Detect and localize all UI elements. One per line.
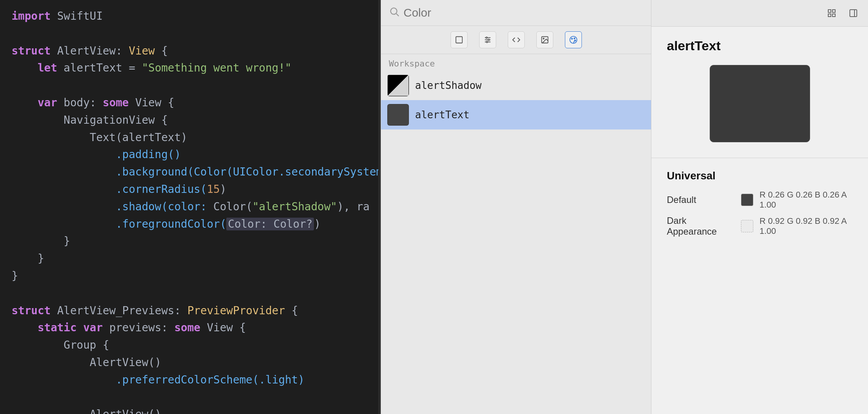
svg-point-7 — [488, 39, 489, 41]
alert-shadow-swatch — [387, 75, 409, 96]
svg-point-10 — [543, 38, 544, 39]
palette-toolbar-icon[interactable] — [565, 31, 582, 48]
dark-appearance-values: R 0.92 G 0.92 B 0.92 A 1.00 — [760, 216, 853, 236]
code-editor: import SwiftUI struct AlertView: View { … — [0, 0, 378, 414]
code-line-19: static var previews: some View { — [12, 319, 367, 337]
search-input[interactable] — [403, 6, 643, 19]
color-row-dark-appearance: Dark Appearance R 0.92 G 0.92 B 0.92 A 1… — [667, 215, 853, 237]
code-line-9: .padding() — [12, 146, 367, 164]
color-list-item-alerttext[interactable]: alertText — [381, 100, 651, 129]
default-values: R 0.26 G 0.26 B 0.26 A 1.00 — [760, 190, 853, 210]
alert-text-swatch — [387, 104, 409, 126]
code-line-12: .shadow(color: Color("alertShadow"), ra — [12, 198, 367, 216]
svg-line-1 — [396, 14, 398, 16]
code-line-5 — [12, 77, 367, 94]
svg-rect-18 — [832, 14, 835, 17]
sidebar-toggle-button[interactable] — [845, 5, 862, 22]
svg-point-12 — [571, 38, 572, 39]
code-line-22: .preferredColorScheme(.light) — [12, 371, 367, 389]
svg-rect-2 — [456, 37, 462, 43]
inspector-content: alertText Universal Default R 0.26 G 0.2… — [651, 27, 868, 414]
svg-point-0 — [391, 8, 397, 14]
code-line-21: AlertView() — [12, 354, 367, 371]
search-icon — [389, 6, 400, 19]
code-line-8: Text(alertText) — [12, 129, 367, 147]
svg-rect-15 — [828, 10, 831, 12]
code-line-11: .cornerRadius(15) — [12, 181, 367, 198]
code-line-3: struct AlertView: View { — [12, 43, 367, 60]
svg-rect-19 — [850, 10, 857, 17]
inspector-section-divider — [651, 158, 868, 158]
code-line-14: } — [12, 233, 367, 250]
image-toolbar-icon[interactable] — [536, 31, 553, 48]
color-row-default: Default R 0.26 G 0.26 B 0.26 A 1.00 — [667, 190, 853, 210]
color-search-bar[interactable] — [381, 0, 651, 26]
universal-section-title: Universal — [667, 170, 853, 182]
code-line-7: NavigationView { — [12, 112, 367, 129]
inspector-title: alertText — [667, 38, 853, 53]
dark-appearance-label: Dark Appearance — [667, 215, 735, 237]
color-list: alertShadow alertText — [381, 71, 651, 414]
code-line-1: import SwiftUI — [12, 8, 367, 25]
code-line-2 — [12, 25, 367, 43]
color-panel: Workspace alertShadow alertText — [381, 0, 651, 414]
svg-rect-17 — [828, 14, 831, 17]
svg-point-6 — [486, 37, 487, 39]
svg-point-8 — [486, 41, 488, 43]
code-line-15: } — [12, 250, 367, 267]
workspace-label: Workspace — [381, 54, 651, 71]
color-preview-box — [710, 65, 810, 142]
color-list-item-alertshadow[interactable]: alertShadow — [381, 71, 651, 100]
rect-toolbar-icon[interactable] — [451, 31, 468, 48]
code-line-13: .foregroundColor(Color: Color?) — [12, 216, 367, 233]
code-line-18: struct AlertView_Previews: PreviewProvid… — [12, 302, 367, 320]
alert-shadow-label: alertShadow — [415, 80, 481, 91]
code-line-16: } — [12, 267, 367, 285]
code-line-24: AlertView() — [12, 406, 367, 414]
code-line-23 — [12, 389, 367, 406]
dark-appearance-swatch — [741, 220, 753, 232]
grid-view-button[interactable] — [823, 5, 840, 22]
code-line-10: .background(Color(UIColor.secondarySyste… — [12, 164, 367, 181]
inspector-top-bar — [651, 0, 868, 27]
code-toolbar-icon[interactable] — [508, 31, 525, 48]
svg-rect-16 — [832, 10, 835, 12]
code-line-6: var body: some View { — [12, 94, 367, 112]
sliders-toolbar-icon[interactable] — [479, 31, 496, 48]
svg-point-13 — [574, 38, 575, 39]
alert-text-label: alertText — [415, 109, 470, 121]
code-line-4: let alertText = "Something went wrong!" — [12, 60, 367, 77]
default-swatch — [741, 194, 753, 206]
color-panel-toolbar — [381, 26, 651, 54]
inspector-panel: alertText Universal Default R 0.26 G 0.2… — [651, 0, 868, 414]
default-label: Default — [667, 194, 735, 205]
code-line-17 — [12, 285, 367, 302]
code-line-20: Group { — [12, 337, 367, 354]
